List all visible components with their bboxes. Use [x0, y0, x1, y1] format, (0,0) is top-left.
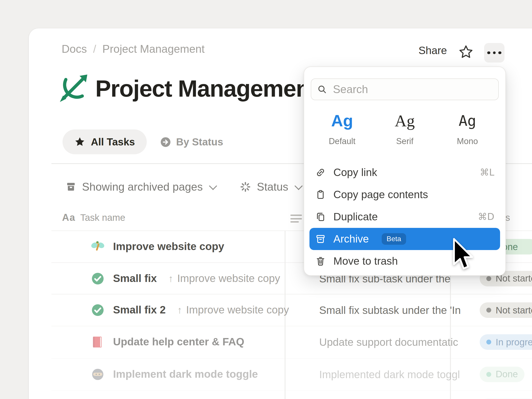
fairy-icon	[91, 240, 105, 253]
more-options-button[interactable]	[484, 43, 505, 63]
clipboard-icon	[315, 189, 326, 200]
menu-item-copy-link[interactable]: Copy link ⌘L	[310, 161, 500, 184]
check-circle-icon	[91, 272, 105, 285]
table-row[interactable]: Redesign navigation menu Complete redesi…	[51, 390, 532, 399]
chevron-down-icon	[295, 182, 303, 190]
font-label: Mono	[436, 137, 499, 146]
ninja-icon	[91, 367, 105, 381]
font-option-serif[interactable]: Ag Serif	[374, 109, 436, 146]
font-picker: Ag Default Ag Serif Ag Mono	[311, 109, 499, 146]
table-row[interactable]: Update help center & FAQ Update support …	[51, 326, 532, 358]
menu-search[interactable]	[311, 78, 499, 100]
column-header-task-name[interactable]: Task name	[80, 212, 125, 223]
status-badge: In progress	[480, 334, 532, 350]
status-filter-label: Status	[257, 180, 288, 193]
search-input[interactable]	[332, 82, 493, 96]
share-button[interactable]: Share	[418, 44, 447, 57]
text-property-icon: Aa	[62, 212, 75, 223]
archive-icon	[315, 234, 326, 244]
app-window: Docs / Project Management Share	[0, 0, 532, 399]
archived-filter-label: Showing archived pages	[82, 180, 203, 193]
status-cell[interactable]: Done	[480, 367, 525, 382]
archived-filter[interactable]: Showing archived pages	[66, 180, 217, 193]
table-row[interactable]: Implement dark mode toggle Implemented d…	[51, 358, 532, 390]
filter-bar: Showing archived pages	[66, 177, 303, 196]
breadcrumb-docs[interactable]: Docs	[62, 43, 87, 55]
status-badge: Not started	[480, 302, 532, 318]
task-name[interactable]: Small fix ↑Improve website copy	[113, 272, 280, 284]
check-circle-icon	[91, 303, 105, 317]
page-title-row: Project Management	[59, 74, 317, 103]
tab-label: All Tasks	[91, 136, 135, 148]
link-icon	[315, 167, 326, 178]
tab-by-status[interactable]: By Status	[160, 136, 223, 148]
font-option-mono[interactable]: Ag Mono	[436, 109, 499, 146]
shortcut-label: ⌘D	[478, 211, 494, 222]
page-title[interactable]: Project Management	[95, 75, 317, 102]
task-description[interactable]: Implemented dark mode toggl	[319, 368, 475, 381]
beta-badge: Beta	[382, 233, 406, 245]
task-name[interactable]: Improve website copy	[113, 240, 224, 253]
task-description[interactable]: Small fix subtask under the 'In	[319, 304, 475, 317]
status-filter[interactable]: Status	[240, 180, 303, 193]
view-tabs: All Tasks By Status	[63, 129, 223, 154]
task-name[interactable]: Update help center & FAQ	[113, 336, 244, 348]
parent-task-ref[interactable]: ↑Improve website copy	[168, 272, 280, 284]
status-cell[interactable]: In progress	[480, 334, 532, 350]
up-arrow-icon: ↑	[177, 304, 182, 316]
tab-label: By Status	[176, 136, 223, 148]
font-sample: Ag	[374, 109, 436, 133]
font-option-default[interactable]: Ag Default	[311, 109, 374, 146]
status-cell[interactable]: Not started	[480, 302, 532, 318]
tab-all-tasks[interactable]: All Tasks	[63, 129, 147, 154]
menu-item-copy-page-contents[interactable]: Copy page contents	[310, 184, 500, 206]
description-property-icon[interactable]	[290, 215, 302, 225]
bow-arrow-icon[interactable]	[59, 74, 88, 103]
task-name[interactable]: Small fix 2 ↑Improve website copy	[113, 304, 289, 316]
status-badge: Done	[480, 367, 525, 382]
font-sample: Ag	[436, 109, 499, 133]
parent-task-ref[interactable]: ↑Improve website copy	[177, 304, 289, 316]
breadcrumb-current[interactable]: Project Management	[102, 43, 205, 55]
page-options-menu: Ag Default Ag Serif Ag Mono	[304, 66, 506, 276]
trash-icon	[315, 256, 326, 266]
font-label: Default	[311, 137, 374, 146]
spinner-icon	[240, 181, 251, 192]
mouse-cursor	[451, 238, 475, 272]
task-name[interactable]: Implement dark mode toggle	[113, 368, 258, 380]
shortcut-label: ⌘L	[480, 167, 494, 178]
up-arrow-icon: ↑	[168, 273, 173, 284]
favorite-star-icon[interactable]	[458, 44, 474, 59]
menu-item-duplicate[interactable]: Duplicate ⌘D	[310, 206, 500, 228]
book-icon	[91, 335, 105, 349]
breadcrumb-separator: /	[93, 43, 96, 55]
breadcrumb: Docs / Project Management	[62, 43, 205, 55]
task-description[interactable]: Update support documentatic	[319, 336, 475, 348]
table-row[interactable]: Small fix 2 ↑Improve website copy Small …	[51, 294, 532, 326]
circle-arrow-icon	[160, 136, 171, 147]
font-label: Serif	[374, 137, 436, 146]
chevron-down-icon	[209, 182, 217, 190]
archive-box-icon	[66, 181, 76, 192]
duplicate-icon	[315, 211, 326, 222]
search-icon	[317, 84, 327, 95]
font-sample: Ag	[311, 109, 374, 133]
star-icon	[75, 137, 85, 147]
